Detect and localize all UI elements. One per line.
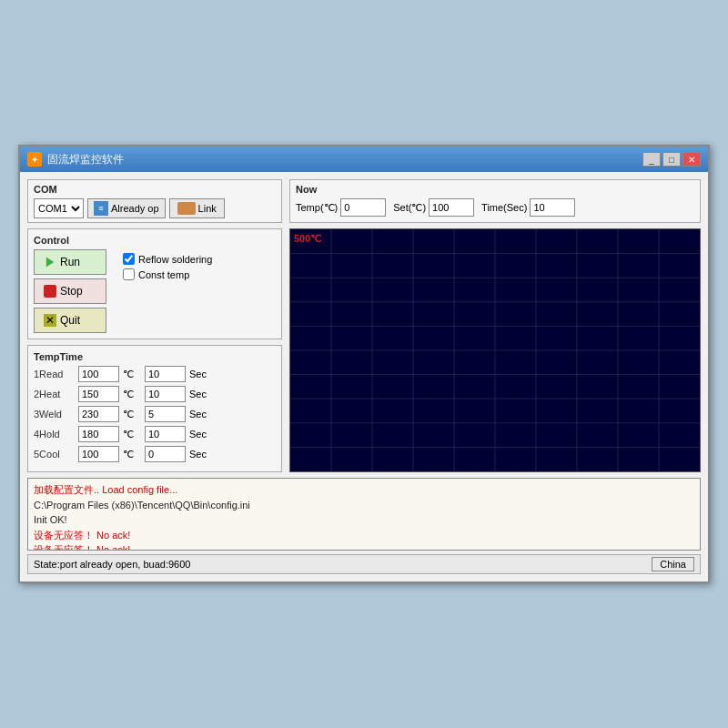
close-button[interactable]: ✕ [682, 152, 701, 167]
tt-id-label: 3Weld [34, 409, 75, 420]
tt-id-label: 1Read [34, 369, 75, 379]
tt-temp-unit: ℃ [123, 409, 141, 420]
tt-time-unit: Sec [189, 409, 207, 420]
temptime-rows: 1Read ℃ Sec 2Heat ℃ Sec 3Weld ℃ Sec 4Hol… [34, 366, 276, 462]
stop-icon [44, 285, 56, 298]
tt-time-unit: Sec [189, 449, 207, 460]
already-label: Already op [111, 203, 159, 214]
temptime-row: 4Hold ℃ Sec [34, 426, 276, 442]
log-line: Init OK! [34, 512, 694, 528]
time-label: Time(Sec) [481, 202, 527, 213]
com-panel: COM COM1 ≡ Already op Link [27, 179, 282, 223]
tt-time-input[interactable] [145, 366, 186, 382]
window-title: 固流焊监控软件 [47, 152, 124, 167]
checkbox-group: Reflow soldering Const temp [123, 249, 212, 280]
chart-area: 500℃ [289, 228, 701, 472]
temptime-row: 5Cool ℃ Sec [34, 446, 276, 462]
com-label: COM [34, 184, 276, 195]
minimize-button[interactable]: _ [642, 152, 661, 167]
log-line: 加载配置文件.. Load config file... [34, 482, 694, 498]
tt-temp-unit: ℃ [123, 429, 141, 440]
temp-input[interactable] [340, 198, 386, 217]
tt-time-input[interactable] [145, 386, 186, 402]
run-icon [44, 256, 56, 268]
main-window: ✦ 固流焊监控软件 _ □ ✕ COM COM1 ≡ Already op [18, 145, 710, 583]
tt-temp-input[interactable] [78, 446, 119, 462]
com-row: COM1 ≡ Already op Link [34, 198, 276, 218]
set-label: Set(℃) [393, 202, 426, 214]
stop-label: Stop [60, 285, 83, 298]
tt-temp-unit: ℃ [123, 389, 141, 400]
tt-time-unit: Sec [189, 429, 207, 440]
top-row: COM COM1 ≡ Already op Link Now [27, 179, 701, 223]
title-bar-left: ✦ 固流焊监控软件 [27, 152, 124, 167]
reflow-checkbox[interactable] [123, 253, 135, 265]
temp-field: Temp(℃) [296, 198, 386, 217]
title-controls: _ □ ✕ [642, 152, 701, 167]
reflow-row: Reflow soldering [123, 253, 212, 265]
tt-temp-input[interactable] [78, 406, 119, 422]
tt-time-input[interactable] [145, 446, 186, 462]
tt-temp-unit: ℃ [123, 449, 141, 460]
time-field: Time(Sec) [481, 198, 575, 217]
maximize-button[interactable]: □ [662, 152, 681, 167]
log-area: 加载配置文件.. Load config file...C:\Program F… [27, 478, 701, 551]
tt-time-unit: Sec [189, 389, 207, 399]
temptime-row: 1Read ℃ Sec [34, 366, 276, 382]
china-button[interactable]: China [652, 557, 694, 571]
temptime-label: TempTime [34, 351, 276, 362]
tt-temp-unit: ℃ [123, 369, 141, 380]
tt-id-label: 4Hold [34, 429, 75, 440]
set-input[interactable] [429, 198, 474, 217]
app-icon: ✦ [27, 152, 42, 167]
time-input[interactable] [530, 198, 575, 217]
tt-time-input[interactable] [145, 426, 186, 442]
now-row: Temp(℃) Set(℃) Time(Sec) [296, 198, 694, 217]
quit-label: Quit [60, 314, 80, 327]
temp-label: Temp(℃) [296, 202, 338, 214]
log-line: 设备无应答！ No ack! [34, 542, 694, 551]
reflow-label: Reflow soldering [138, 254, 212, 265]
left-col: Control Run Stop ✕ [27, 228, 282, 472]
tt-time-unit: Sec [189, 369, 207, 379]
temptime-panel: TempTime 1Read ℃ Sec 2Heat ℃ Sec 3Weld ℃… [27, 345, 282, 472]
tt-id-label: 2Heat [34, 389, 75, 399]
tt-temp-input[interactable] [78, 366, 119, 382]
tt-temp-input[interactable] [78, 426, 119, 442]
com-port-select[interactable]: COM1 [34, 198, 84, 218]
middle-row: Control Run Stop ✕ [27, 228, 701, 472]
now-label: Now [296, 184, 694, 195]
temptime-row: 2Heat ℃ Sec [34, 386, 276, 402]
run-button[interactable]: Run [34, 249, 106, 275]
const-label: Const temp [138, 269, 189, 280]
already-button[interactable]: ≡ Already op [87, 198, 166, 218]
log-line: C:\Program Files (x86)\Tencent\QQ\Bin\co… [34, 498, 694, 513]
chart-grid [290, 229, 700, 471]
set-field: Set(℃) [393, 198, 474, 217]
quit-icon: ✕ [44, 314, 56, 327]
chart-max-label: 500℃ [294, 233, 321, 245]
control-buttons: Run Stop ✕ Quit [34, 249, 106, 333]
main-content: COM COM1 ≡ Already op Link Now [20, 172, 708, 581]
already-icon: ≡ [94, 201, 108, 216]
tt-time-input[interactable] [145, 406, 186, 422]
link-label: Link [198, 203, 217, 214]
link-button[interactable]: Link [169, 198, 225, 218]
status-text: State:port already open, buad:9600 [34, 559, 190, 570]
run-label: Run [60, 256, 80, 268]
log-line: 设备无应答！ No ack! [34, 528, 694, 543]
status-bar: State:port already open, buad:9600 China [27, 554, 701, 574]
quit-button[interactable]: ✕ Quit [34, 308, 106, 333]
const-checkbox[interactable] [123, 268, 135, 280]
link-icon [177, 202, 196, 215]
stop-button[interactable]: Stop [34, 278, 106, 304]
title-bar: ✦ 固流焊监控软件 _ □ ✕ [20, 147, 708, 172]
const-row: Const temp [123, 268, 212, 280]
tt-temp-input[interactable] [78, 386, 119, 402]
now-panel: Now Temp(℃) Set(℃) Time(Sec) [289, 179, 701, 223]
temptime-row: 3Weld ℃ Sec [34, 406, 276, 422]
tt-id-label: 5Cool [34, 449, 75, 460]
control-panel: Control Run Stop ✕ [27, 228, 282, 339]
control-label: Control [34, 235, 276, 246]
